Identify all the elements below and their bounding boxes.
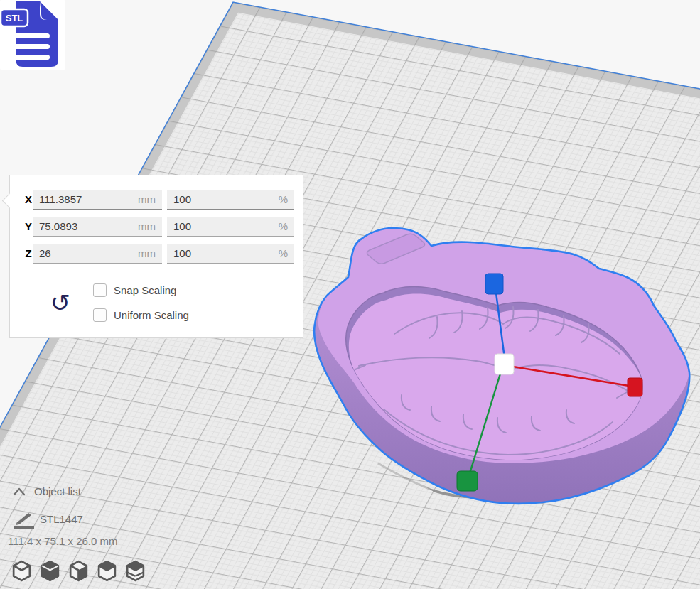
z-percent-field-wrap: % xyxy=(167,244,294,264)
x-percent-field-wrap: % xyxy=(167,190,294,210)
x-size-field-wrap: mm xyxy=(33,190,162,210)
camera-view-toolbar xyxy=(10,559,147,583)
z-scale-handle[interactable] xyxy=(485,274,503,294)
pencil-icon xyxy=(13,509,34,529)
z-size-input[interactable] xyxy=(33,244,162,263)
z-percent-input[interactable] xyxy=(167,244,294,263)
view-right-button[interactable] xyxy=(124,559,147,583)
chevron-up-icon xyxy=(13,487,26,497)
view-top-button[interactable] xyxy=(67,559,90,583)
object-name: STL1447 xyxy=(40,513,83,525)
stl-file-badge: STL xyxy=(0,0,65,70)
x-percent-input[interactable] xyxy=(167,190,294,209)
stl-badge-label: STL xyxy=(6,13,23,23)
uniform-scaling-checkbox[interactable] xyxy=(93,308,107,322)
reset-scale-button[interactable]: ↺ xyxy=(48,289,73,316)
y-percent-field-wrap: % xyxy=(167,217,294,237)
snap-scaling-label: Snap Scaling xyxy=(114,283,176,298)
model-dimensions-label: 111.4 x 75.1 x 26.0 mm xyxy=(8,535,118,547)
x-size-input[interactable] xyxy=(33,190,162,209)
y-scale-handle[interactable] xyxy=(457,471,478,491)
object-list-item[interactable]: STL1447 xyxy=(13,509,83,529)
x-scale-handle[interactable] xyxy=(628,378,642,396)
center-scale-handle[interactable] xyxy=(495,354,514,374)
cube-layer-icon xyxy=(124,559,147,583)
y-percent-input[interactable] xyxy=(167,217,294,236)
view-left-button[interactable] xyxy=(95,559,119,583)
uniform-scaling-label: Uniform Scaling xyxy=(114,308,189,323)
cube-3d-icon xyxy=(10,559,33,583)
cube-right-icon xyxy=(67,559,90,583)
view-front-button[interactable] xyxy=(38,559,62,583)
application-window: { "file_badge": { "label": "STL" }, "sca… xyxy=(0,0,700,589)
view-3d-button[interactable] xyxy=(10,559,33,583)
object-list-header[interactable]: Object list xyxy=(13,485,81,497)
snap-scaling-checkbox[interactable] xyxy=(93,283,107,297)
object-list-title: Object list xyxy=(34,485,81,497)
y-size-field-wrap: mm xyxy=(33,217,162,237)
cube-front-icon xyxy=(38,559,62,583)
y-size-input[interactable] xyxy=(33,217,162,236)
z-size-field-wrap: mm xyxy=(33,244,162,264)
scale-tool-panel: X mm % Y mm % Z mm % ↺ Snap Scaling Unif… xyxy=(9,175,303,338)
cube-top-icon xyxy=(95,559,119,583)
